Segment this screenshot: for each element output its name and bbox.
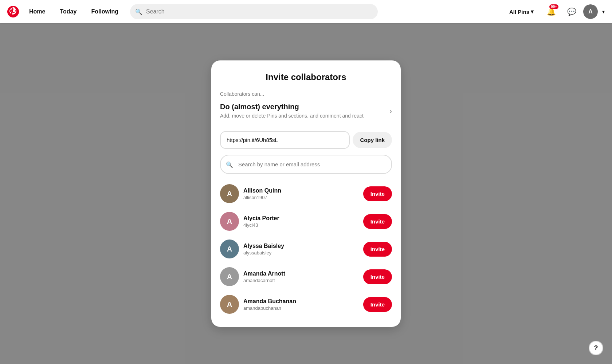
user-item: A Amanda Buchanan amandabuchanan Invite (220, 290, 392, 318)
avatar[interactable]: A (583, 4, 598, 19)
invite-button[interactable]: Invite (363, 269, 392, 284)
user-info: Allison Quinn allison1907 (243, 187, 359, 200)
invite-button[interactable]: Invite (363, 214, 392, 229)
messages-button[interactable]: 💬 (563, 3, 580, 20)
nav-today[interactable]: Today (54, 5, 82, 18)
user-item: A Allison Quinn allison1907 Invite (220, 180, 392, 207)
chevron-down-icon: ▾ (531, 8, 534, 15)
user-handle: amandacarnott (243, 278, 359, 283)
search-icon: 🔍 (226, 161, 233, 168)
user-item: A Alyssa Baisley alyssabaisley Invite (220, 235, 392, 263)
collaborators-label: Collaborators can... (220, 91, 392, 97)
invite-link-input[interactable] (220, 131, 350, 149)
nav-home[interactable]: Home (23, 5, 51, 18)
avatar-placeholder: A (220, 267, 239, 286)
avatar-placeholder: A (220, 240, 239, 258)
all-pins-button[interactable]: All Pins ▾ (503, 5, 540, 19)
navbar: Home Today Following 🔍 All Pins ▾ 🔔 99+ … (0, 0, 612, 23)
user-info: Alyssa Baisley alyssabaisley (243, 243, 359, 256)
notifications-button[interactable]: 🔔 99+ (542, 3, 560, 20)
user-handle: amandabuchanan (243, 305, 359, 311)
modal-overlay: Invite collaborators Collaborators can..… (0, 23, 612, 364)
user-name: Alycia Porter (243, 215, 359, 222)
pinterest-logo[interactable] (6, 4, 20, 19)
user-name: Amanda Arnott (243, 270, 359, 277)
avatar-letter: A (588, 8, 593, 15)
permission-text: Do (almost) everything Add, move or dele… (220, 103, 364, 120)
nav-following[interactable]: Following (85, 5, 124, 18)
user-avatar: A (220, 240, 239, 258)
search-input[interactable] (130, 4, 378, 19)
user-avatar: A (220, 184, 239, 203)
notification-badge: 99+ (549, 4, 558, 9)
chevron-right-icon: › (389, 107, 392, 115)
user-handle: alyssabaisley (243, 250, 359, 256)
user-item: A Amanda Arnott amandacarnott Invite (220, 263, 392, 290)
user-handle: allison1907 (243, 195, 359, 200)
user-name: Alyssa Baisley (243, 243, 359, 249)
invite-button[interactable]: Invite (363, 242, 392, 257)
search-collaborators-input[interactable] (220, 155, 392, 174)
account-chevron[interactable]: ▾ (601, 7, 606, 16)
copy-link-button[interactable]: Copy link (353, 132, 392, 148)
invite-button[interactable]: Invite (363, 297, 392, 312)
search-icon: 🔍 (135, 8, 142, 15)
link-row: Copy link (220, 131, 392, 149)
user-info: Alycia Porter 4lyci43 (243, 215, 359, 228)
invite-collaborators-modal: Invite collaborators Collaborators can..… (211, 60, 401, 327)
all-pins-label: All Pins (509, 9, 529, 15)
user-info: Amanda Arnott amandacarnott (243, 270, 359, 283)
permission-desc: Add, move or delete Pins and sections, a… (220, 112, 364, 120)
user-handle: 4lyci43 (243, 222, 359, 228)
help-button[interactable]: ? (589, 341, 603, 355)
avatar-placeholder: A (220, 212, 239, 231)
user-avatar: A (220, 212, 239, 231)
search-bar: 🔍 (130, 4, 378, 19)
permission-title: Do (almost) everything (220, 103, 364, 111)
user-avatar: A (220, 267, 239, 286)
nav-right: All Pins ▾ 🔔 99+ 💬 A ▾ (503, 3, 606, 20)
user-info: Amanda Buchanan amandabuchanan (243, 298, 359, 311)
search-container: 🔍 (220, 155, 392, 174)
user-avatar: A (220, 295, 239, 314)
user-list: A Allison Quinn allison1907 Invite A Aly… (220, 180, 392, 318)
permission-row[interactable]: Do (almost) everything Add, move or dele… (220, 100, 392, 126)
invite-button[interactable]: Invite (363, 186, 392, 201)
user-name: Amanda Buchanan (243, 298, 359, 305)
user-item: A Alycia Porter 4lyci43 Invite (220, 207, 392, 235)
avatar-placeholder: A (220, 295, 239, 314)
avatar-placeholder: A (220, 184, 239, 203)
modal-title: Invite collaborators (220, 72, 392, 82)
user-name: Allison Quinn (243, 187, 359, 194)
